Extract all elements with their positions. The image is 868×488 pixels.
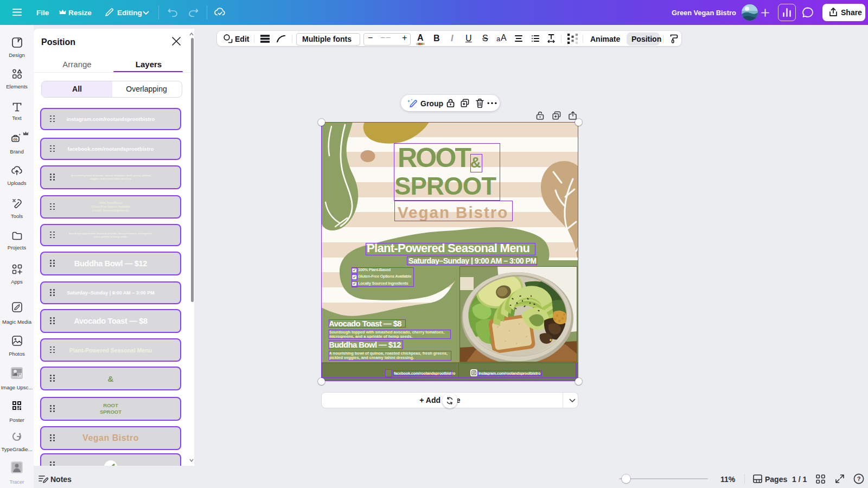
svg-text:?: ? [857,476,861,482]
svg-text:co: co [14,137,18,141]
